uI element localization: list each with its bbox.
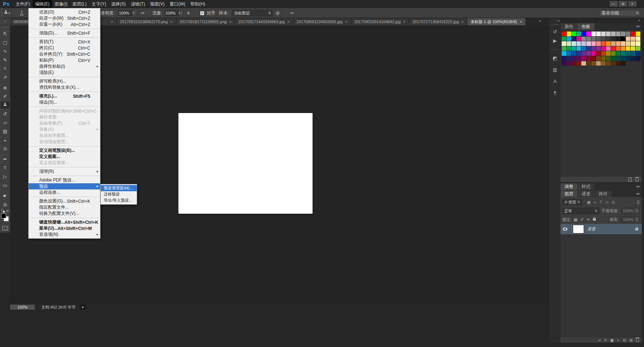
color-swatch[interactable]	[601, 56, 606, 61]
color-swatch[interactable]	[626, 46, 631, 51]
color-swatch[interactable]	[616, 56, 621, 61]
opacity-dropdown-icon[interactable]: ▾	[132, 10, 137, 16]
color-swatch[interactable]	[621, 41, 626, 46]
color-swatch[interactable]	[586, 41, 591, 46]
color-swatch[interactable]	[626, 32, 631, 36]
minimize-button[interactable]: —	[609, 1, 618, 7]
color-swatch[interactable]	[606, 56, 611, 61]
color-swatch[interactable]	[571, 51, 576, 56]
color-swatch[interactable]	[567, 41, 571, 46]
document-tab[interactable]: 201709171443294963.jpg ×	[235, 18, 293, 25]
lock-position-icon[interactable]: ✛	[587, 217, 590, 222]
color-swatch[interactable]	[562, 37, 566, 41]
filter-pixel-layers-icon[interactable]: ▣	[587, 200, 591, 205]
menu-item[interactable]: 选择性粘贴(I) ►	[29, 63, 100, 70]
color-swatch[interactable]	[636, 46, 640, 51]
color-swatch[interactable]	[611, 46, 616, 51]
color-swatch[interactable]	[626, 37, 631, 41]
airbrush-icon[interactable]: ✳	[186, 8, 190, 18]
properties-panel-icon[interactable]: ◩	[549, 52, 561, 64]
color-swatch[interactable]	[571, 46, 576, 51]
menu-item[interactable]: 首选项(N) ►	[29, 231, 100, 238]
document-tab[interactable]: 201708061134502683.jpg ×	[293, 18, 351, 25]
color-swatch[interactable]	[562, 51, 566, 56]
menu-item[interactable]: 颜色设置(G)... Shift+Ctrl+K	[29, 198, 100, 204]
color-swatch[interactable]	[621, 51, 626, 56]
color-swatch[interactable]	[631, 41, 635, 46]
crop-tool[interactable]: ⌗	[0, 64, 10, 73]
menu-item[interactable]: 后退一步(K) Alt+Ctrl+Z	[29, 21, 100, 28]
type-tool[interactable]: T	[0, 163, 10, 172]
panel-group-grip[interactable]	[551, 24, 558, 26]
character-panel-icon[interactable]: A	[549, 75, 561, 87]
lock-all-icon[interactable]	[593, 218, 596, 221]
color-swatch[interactable]	[571, 32, 576, 36]
color-swatch[interactable]	[616, 41, 621, 46]
color-swatch[interactable]	[596, 46, 601, 51]
brush-tool[interactable]: ✐	[0, 92, 10, 101]
color-swatch[interactable]	[567, 61, 571, 66]
color-swatch[interactable]	[596, 51, 601, 56]
menu-item[interactable]: 描边(S)...	[29, 99, 100, 105]
menu-item[interactable]: 还原(O) Ctrl+Z	[29, 9, 100, 15]
panel-tab[interactable]: 通道	[578, 191, 594, 197]
menu-item[interactable]: 清理(R) ►	[29, 168, 100, 175]
new-layer-icon[interactable]: ⊞	[629, 338, 633, 343]
color-swatch[interactable]	[636, 41, 640, 46]
menu-item[interactable]: 定义画笔预设(B)...	[29, 147, 100, 154]
move-tool[interactable]: ⇱	[0, 29, 10, 38]
color-swatch[interactable]	[567, 56, 571, 61]
document-tab[interactable]: 201709010914104842.jpg ×	[351, 18, 409, 25]
eyedropper-tool[interactable]: ⇗	[0, 73, 10, 81]
menu-item[interactable]: 操控变形	[29, 114, 100, 120]
color-swatch[interactable]	[611, 32, 616, 36]
color-swatch[interactable]	[571, 61, 576, 66]
color-swatch[interactable]	[571, 56, 576, 61]
menu-item[interactable]: 剪切(T) Ctrl+X	[29, 39, 100, 45]
color-swatch[interactable]	[562, 56, 566, 61]
menu-item[interactable]: Adobe PDF 预设...	[29, 177, 100, 183]
delete-layer-icon[interactable]	[636, 339, 639, 342]
color-swatch[interactable]	[562, 46, 566, 51]
color-swatch[interactable]	[567, 37, 571, 41]
color-swatch[interactable]	[606, 51, 611, 56]
color-swatch[interactable]	[616, 46, 621, 51]
document-tab[interactable]: 未标题-1 @ 100%(RGB/8) ×	[467, 18, 526, 25]
color-swatch[interactable]	[611, 41, 616, 46]
color-swatch[interactable]	[577, 41, 581, 46]
history-brush-tool[interactable]: ↺	[0, 109, 10, 118]
panel-tab[interactable]: 路径	[595, 191, 611, 197]
histogram-panel-icon[interactable]: ▥	[549, 64, 561, 75]
status-menu-arrow-icon[interactable]: ▶	[80, 305, 86, 309]
color-swatch[interactable]	[591, 32, 596, 36]
menu-item[interactable]: 定义自定形状...	[29, 160, 100, 166]
color-swatch[interactable]	[601, 32, 606, 36]
tab-close-icon[interactable]: ×	[461, 20, 463, 24]
color-swatch[interactable]	[596, 32, 601, 36]
menu-item[interactable]: 合并拷贝(Y) Shift+Ctrl+C	[29, 51, 100, 57]
opacity-input[interactable]: 100%	[119, 10, 132, 16]
color-swatch[interactable]	[636, 51, 640, 56]
menu-item[interactable]: 迁移预设	[101, 191, 137, 197]
menubar-item[interactable]: 帮助(H)	[188, 0, 208, 8]
toolbox-grip[interactable]	[2, 27, 8, 28]
tab-close-icon[interactable]: ×	[229, 20, 231, 24]
color-swatch[interactable]	[621, 61, 626, 66]
color-swatch[interactable]	[591, 61, 596, 66]
brush-preset-picker[interactable]: ● 21	[20, 8, 24, 18]
menu-item[interactable]: 拼写检查(H)...	[29, 78, 100, 84]
color-swatch[interactable]	[601, 37, 606, 41]
quick-mask-button[interactable]	[2, 226, 8, 230]
color-swatch[interactable]	[586, 32, 591, 36]
tab-overflow-icon[interactable]: »	[539, 19, 541, 23]
color-swatch[interactable]	[611, 56, 616, 61]
color-swatch[interactable]	[586, 56, 591, 61]
color-swatch[interactable]	[606, 37, 611, 41]
menubar-item[interactable]: 滤镜(T)	[128, 0, 148, 8]
color-swatch[interactable]	[591, 51, 596, 56]
color-swatch[interactable]	[581, 41, 586, 46]
zoom-tool[interactable]: ◎	[0, 200, 10, 209]
color-swatch[interactable]	[591, 41, 596, 46]
color-swatch[interactable]	[611, 61, 616, 66]
layer-fill-input[interactable]: 100% ▾	[621, 216, 640, 223]
